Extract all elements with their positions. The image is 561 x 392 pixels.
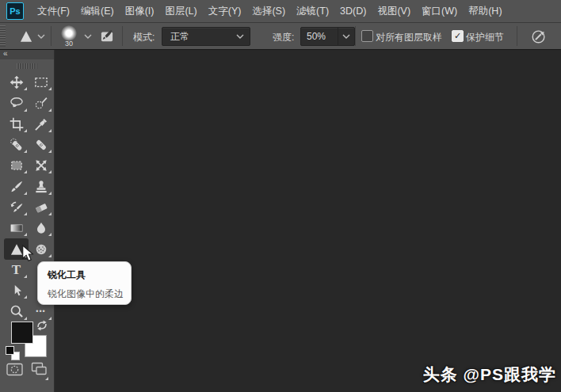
options-bar: 30 模式: 正常 强度: 50% — [0, 23, 561, 50]
mode-value: 正常 — [162, 30, 236, 44]
menu-view[interactable]: 视图(V) — [372, 0, 416, 22]
crop-tool[interactable] — [4, 114, 29, 135]
brush-preset-picker[interactable]: 30 — [59, 25, 79, 48]
sharpen-tool[interactable] — [4, 238, 29, 259]
type-tool-glyph: T — [12, 262, 21, 278]
clone-stamp-tool[interactable] — [29, 176, 53, 196]
menu-help[interactable]: 帮助(H) — [463, 0, 507, 22]
mode-chevron-icon — [236, 34, 250, 39]
gradient-tool[interactable] — [4, 218, 29, 238]
rectangular-marquee-tool[interactable] — [29, 72, 53, 93]
foreground-color-swatch[interactable] — [11, 322, 33, 344]
divider — [122, 26, 123, 46]
sample-all-layers-label[interactable]: 对所有图层取样 — [376, 31, 442, 44]
collapse-icon: « — [3, 49, 7, 58]
tool-preset-chevron-icon[interactable] — [37, 34, 45, 39]
watermark-text: 头条 @PS跟我学 — [423, 363, 556, 386]
check-icon: ✓ — [454, 32, 461, 40]
menu-file[interactable]: 文件(F) — [32, 0, 75, 22]
sponge-tool[interactable] — [29, 238, 53, 259]
divider — [51, 26, 52, 46]
toggle-brush-panel-icon[interactable] — [98, 28, 116, 45]
default-colors-icon[interactable] — [5, 345, 21, 361]
sample-all-layers-checkbox[interactable] — [361, 30, 373, 42]
screen-mode-button[interactable] — [31, 362, 48, 379]
ellipsis-icon: ••• — [36, 307, 45, 315]
menu-items: 文件(F) 编辑(E) 图像(I) 图层(L) 文字(Y) 选择(S) 滤镜(T… — [32, 0, 508, 22]
divider — [517, 26, 517, 46]
menu-3d[interactable]: 3D(D) — [334, 0, 372, 22]
menu-type[interactable]: 文字(Y) — [203, 0, 247, 22]
menu-image[interactable]: 图像(I) — [120, 0, 160, 22]
protect-detail-label[interactable]: 保护细节 — [466, 31, 504, 44]
photoshop-window: Ps 文件(F) 编辑(E) 图像(I) 图层(L) 文字(Y) 选择(S) 滤… — [0, 0, 561, 392]
mode-select[interactable]: 正常 — [162, 27, 250, 46]
tooltip-description: 锐化图像中的柔边 — [48, 287, 121, 301]
menu-edit[interactable]: 编辑(E) — [75, 0, 120, 22]
menu-select[interactable]: 选择(S) — [246, 0, 291, 22]
tools-panel: « — [0, 49, 55, 392]
brush-size-value: 30 — [65, 40, 73, 48]
swap-colors-icon[interactable] — [36, 319, 48, 335]
default-foreground-swatch — [6, 346, 14, 355]
spot-healing-brush-tool[interactable] — [4, 135, 29, 155]
divider — [355, 26, 356, 46]
toolbar-grip — [17, 63, 37, 69]
brush-picker-chevron-icon[interactable] — [84, 34, 92, 39]
options-bar-grip — [0, 25, 6, 47]
strength-chevron-icon[interactable] — [338, 28, 354, 45]
menu-layer[interactable]: 图层(L) — [159, 0, 202, 22]
airbrush-toggle-icon[interactable] — [529, 27, 548, 46]
toolbar-collapse-button[interactable]: « — [0, 49, 54, 59]
protect-detail-checkbox[interactable]: ✓ — [452, 30, 464, 42]
path-selection-tool[interactable] — [4, 280, 29, 301]
patch-tool[interactable] — [4, 155, 29, 176]
menu-window[interactable]: 窗口(W) — [416, 0, 463, 22]
eraser-tool[interactable] — [29, 197, 53, 218]
lasso-tool[interactable] — [4, 93, 29, 113]
tool-preset-sharpen-icon[interactable] — [16, 27, 36, 46]
eyedropper-tool[interactable] — [29, 114, 53, 135]
tooltip-sharpen-tool: 锐化工具 锐化图像中的柔边 — [37, 261, 132, 305]
zoom-tool[interactable] — [4, 301, 29, 322]
ps-logo: Ps — [6, 2, 24, 20]
strength-input[interactable]: 50% — [301, 28, 338, 45]
brush-preview-icon — [61, 25, 77, 41]
strength-control: 50% — [300, 27, 355, 46]
healing-brush-tool[interactable] — [29, 135, 53, 155]
quick-mask-button[interactable] — [6, 363, 23, 379]
type-tool[interactable]: T — [4, 260, 29, 280]
history-brush-tool[interactable] — [4, 197, 29, 218]
tooltip-title: 锐化工具 — [48, 268, 121, 282]
brush-tool[interactable] — [4, 176, 29, 196]
blur-tool[interactable] — [29, 218, 53, 238]
menu-bar: Ps 文件(F) 编辑(E) 图像(I) 图层(L) 文字(Y) 选择(S) 滤… — [0, 0, 561, 23]
content-aware-move-tool[interactable] — [29, 155, 53, 176]
quick-selection-tool[interactable] — [29, 93, 53, 113]
mode-label: 模式: — [133, 31, 155, 44]
move-tool[interactable] — [4, 72, 29, 93]
canvas-area — [55, 50, 561, 392]
strength-label: 强度: — [273, 31, 294, 44]
menu-filter[interactable]: 滤镜(T) — [291, 0, 334, 22]
